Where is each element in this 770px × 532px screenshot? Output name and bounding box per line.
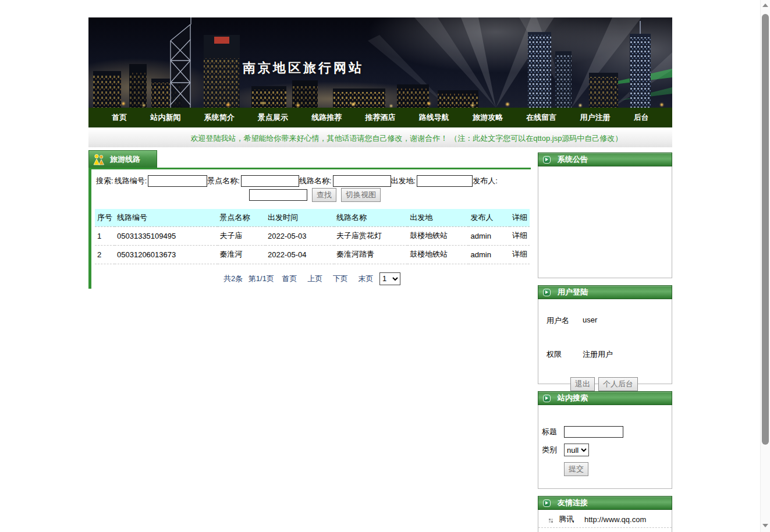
links-body: 腾讯 http://www.qq.com 雅虎 http://www.yahoo…: [538, 510, 672, 532]
table-row: 2 05031206013673 秦淮河 2022-05-04 秦淮河踏青 鼓楼…: [95, 245, 530, 264]
cell-route-name: 秦淮河踏青: [334, 245, 407, 264]
cell-route-no: 05031206013673: [115, 245, 218, 264]
panel-login-header: 用户登陆: [538, 285, 672, 299]
arrow-icon: [543, 395, 551, 402]
search-submit-row: 提交: [542, 462, 672, 476]
publisher-label: 发布人:: [473, 176, 498, 186]
welcome-message: 欢迎登陆我站，希望能给你带来好心情，其他话语请您自己修改，谢谢合作！ （注：此处…: [88, 130, 672, 147]
detail-link[interactable]: 详细: [510, 245, 530, 264]
publisher-input[interactable]: [249, 189, 307, 201]
cell-depart-place: 鼓楼地铁站: [407, 226, 468, 245]
sidebar: 系统公告 用户登陆 用户名 user 权限 注册用户: [538, 150, 672, 532]
nav-item-scenic-spots[interactable]: 景点展示: [258, 112, 288, 123]
link-name[interactable]: 腾讯: [559, 514, 584, 524]
nav-item-home[interactable]: 首页: [112, 112, 127, 123]
cell-route-no: 05031335109495: [115, 226, 218, 245]
search-title-row: 标题: [542, 426, 672, 438]
header-depart-place: 出发地: [407, 209, 468, 226]
pagination-total: 共2条: [223, 274, 243, 283]
arrow-icon: [543, 289, 551, 296]
pagination: 共2条 第1/1页 首页 上页 下页 末页 1: [94, 272, 528, 285]
nav-item-backend[interactable]: 后台: [634, 112, 649, 123]
routes-table: 序号 线路编号 景点名称 出发时间 线路名称 出发地 发布人 详细 1: [95, 209, 530, 264]
header-spot: 景点名称: [218, 209, 266, 226]
personal-admin-button[interactable]: 个人后台: [598, 377, 638, 391]
spot-name-input[interactable]: [241, 175, 299, 187]
list-item: 腾讯 http://www.qq.com: [538, 511, 672, 528]
detail-link[interactable]: 详细: [510, 226, 530, 245]
pagination-page-info: 第1/1页: [249, 274, 274, 283]
username-value: user: [583, 315, 597, 326]
nav-item-site-news[interactable]: 站内新闻: [151, 112, 181, 123]
nav-item-route-navigation[interactable]: 路线导航: [419, 112, 449, 123]
header-banner: 南京地区旅行网站: [88, 17, 672, 108]
pagination-first[interactable]: 首页: [282, 274, 297, 283]
route-name-input[interactable]: [333, 175, 391, 187]
cell-spot: 秦淮河: [218, 245, 266, 264]
nav-item-user-register[interactable]: 用户注册: [580, 112, 611, 123]
scrollbar-up-icon[interactable]: [762, 3, 768, 7]
announcement-body: [538, 166, 672, 278]
search-category-label: 类别: [542, 445, 564, 455]
panel-links: 友情连接 腾讯 http://www.qq.com 雅虎 http://www.…: [538, 496, 672, 532]
category-select[interactable]: null: [564, 444, 589, 456]
nav-item-travel-guide[interactable]: 旅游攻略: [473, 112, 503, 123]
arrow-icon: [543, 156, 551, 164]
header-route-name: 线路名称: [334, 209, 407, 226]
route-name-label: 线路名称:: [299, 176, 332, 186]
route-search-form: 搜索: 线路编号: 景点名称: 线路名称: 出发地: 发布人:: [94, 175, 528, 187]
people-icon: [93, 154, 105, 165]
nav-item-route-recommend[interactable]: 线路推荐: [311, 112, 342, 123]
cell-spot: 夫子庙: [218, 226, 266, 245]
header-cityscape-image: [88, 17, 672, 108]
header-depart-date: 出发时间: [265, 209, 334, 226]
site-title: 南京地区旅行网站: [243, 59, 364, 77]
link-bullet-icon: [549, 519, 551, 520]
logout-button[interactable]: 退出: [570, 377, 595, 391]
cell-depart-date: 2022-05-03: [265, 226, 334, 245]
link-url[interactable]: http://www.qq.com: [584, 515, 646, 524]
header-publisher: 发布人: [469, 209, 510, 226]
nav-item-hotel-recommend[interactable]: 推荐酒店: [366, 112, 396, 123]
panel-links-header: 友情连接: [538, 496, 672, 510]
pagination-next[interactable]: 下页: [333, 274, 348, 283]
list-item: 雅虎 http://www.yahoo.com: [538, 528, 672, 532]
route-no-input[interactable]: [148, 175, 207, 187]
panel-site-search: 站内搜索 标题 类别 null 提交: [538, 391, 672, 489]
tab-travel-routes-label: 旅游线路: [110, 154, 140, 165]
pagination-last[interactable]: 末页: [358, 274, 373, 283]
header-detail: 详细: [510, 209, 530, 226]
scrollbar-down-icon[interactable]: [762, 524, 768, 527]
route-search-form-row2: 查找 切换视图: [94, 188, 528, 202]
panel-announcement-title: 系统公告: [558, 154, 588, 165]
panel-site-search-title: 站内搜索: [558, 393, 588, 403]
username-row: 用户名 user: [547, 315, 672, 326]
role-value: 注册用户: [583, 349, 613, 360]
nav-item-system-intro[interactable]: 系统简介: [204, 112, 235, 123]
toggle-view-button[interactable]: 切换视图: [341, 188, 381, 202]
vertical-scrollbar[interactable]: [760, 0, 770, 532]
panel-links-title: 友情连接: [558, 498, 588, 508]
depart-place-input[interactable]: [417, 175, 473, 187]
login-buttons: 退出 个人后台: [547, 377, 672, 391]
header-route-no: 线路编号: [115, 209, 218, 226]
submit-button[interactable]: 提交: [564, 462, 588, 476]
tab-travel-routes[interactable]: 旅游线路: [88, 150, 157, 168]
cell-seq: 2: [95, 245, 115, 264]
panel-login-title: 用户登陆: [558, 287, 588, 297]
route-no-label: 线路编号:: [115, 176, 147, 186]
routes-content-box: 搜索: 线路编号: 景点名称: 线路名称: 出发地: 发布人: 查找 切换视图: [88, 168, 531, 289]
cell-publisher: admin: [469, 245, 510, 264]
main-nav: 首页 站内新闻 系统简介 景点展示 线路推荐 推荐酒店 路线导航 旅游攻略 在线…: [88, 108, 672, 127]
main-area: 旅游线路 搜索: 线路编号: 景点名称: 线路名称: 出发地: 发布人:: [88, 150, 672, 532]
pagination-prev[interactable]: 上页: [307, 274, 322, 283]
cell-route-name: 夫子庙赏花灯: [334, 226, 407, 245]
login-body: 用户名 user 权限 注册用户 退出 个人后台: [538, 299, 672, 384]
search-title-label: 标题: [542, 427, 564, 437]
page-container: 南京地区旅行网站 首页 站内新闻 系统简介 景点展示 线路推荐 推荐酒店 路线导…: [88, 17, 672, 532]
nav-item-message-board[interactable]: 在线留言: [526, 112, 556, 123]
page-select[interactable]: 1: [379, 272, 400, 285]
scrollbar-thumb[interactable]: [762, 14, 769, 445]
find-button[interactable]: 查找: [312, 188, 336, 202]
search-title-input[interactable]: [564, 426, 623, 438]
